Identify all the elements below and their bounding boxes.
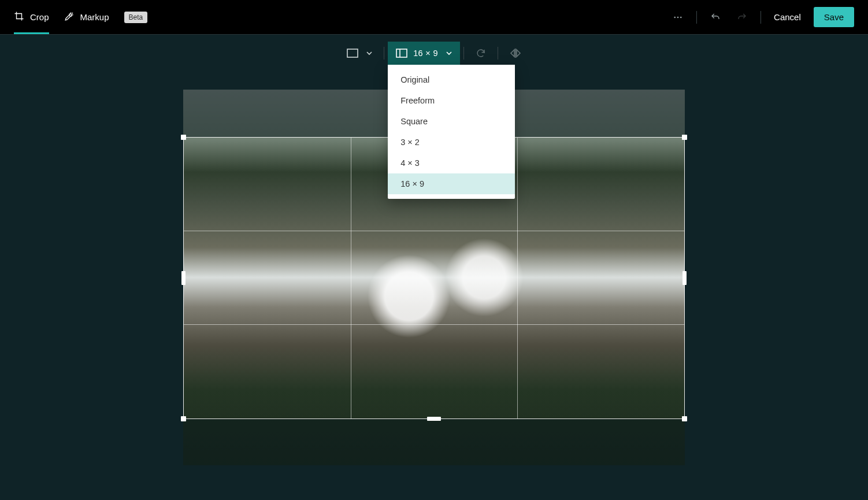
svg-point-1 bbox=[677, 16, 679, 18]
rotate-icon bbox=[476, 48, 486, 58]
crop-grid-line bbox=[184, 324, 684, 325]
aspect-option[interactable]: Square bbox=[388, 111, 515, 132]
crop-grid-line bbox=[517, 138, 518, 418]
crop-grid-line bbox=[184, 231, 684, 231]
crop-handle-bottom-right[interactable] bbox=[682, 416, 687, 421]
chevron-down-icon bbox=[366, 50, 372, 56]
chevron-down-icon bbox=[446, 50, 452, 56]
crop-icon bbox=[14, 11, 24, 23]
crop-handle-right[interactable] bbox=[682, 271, 687, 285]
aspect-ratio-menu: OriginalFreeformSquare3 × 24 × 316 × 9 bbox=[388, 65, 515, 199]
orientation-icon bbox=[347, 49, 358, 58]
aspect-ratio-tool[interactable]: 16 × 9 bbox=[388, 42, 460, 65]
aspect-ratio-current: 16 × 9 bbox=[413, 49, 438, 58]
aspect-option[interactable]: 3 × 2 bbox=[388, 132, 515, 153]
aspect-ratio-icon bbox=[396, 49, 407, 58]
aspect-option[interactable]: 16 × 9 bbox=[388, 173, 515, 194]
topbar-right: Cancel Save bbox=[670, 7, 854, 27]
crop-handle-top-right[interactable] bbox=[682, 135, 687, 140]
redo-icon[interactable] bbox=[734, 9, 750, 25]
more-icon[interactable] bbox=[670, 9, 686, 25]
topbar-left: Crop Markup Beta bbox=[14, 0, 147, 34]
separator bbox=[498, 47, 498, 60]
crop-grid-line bbox=[351, 138, 351, 418]
rotate-tool[interactable] bbox=[468, 42, 494, 65]
tab-crop-label: Crop bbox=[30, 12, 49, 22]
crop-handle-left[interactable] bbox=[181, 271, 186, 285]
aspect-ratio-wrapper: 16 × 9 OriginalFreeformSquare3 × 24 × 31… bbox=[388, 42, 460, 65]
markup-icon bbox=[64, 11, 75, 23]
crop-toolbar-inner: 16 × 9 OriginalFreeformSquare3 × 24 × 31… bbox=[339, 42, 529, 65]
tab-markup[interactable]: Markup bbox=[64, 0, 109, 34]
svg-rect-3 bbox=[347, 49, 358, 57]
crop-mask-bottom bbox=[183, 419, 685, 465]
separator bbox=[761, 11, 761, 24]
aspect-option[interactable]: Original bbox=[388, 69, 515, 90]
aspect-option[interactable]: 4 × 3 bbox=[388, 153, 515, 173]
save-button[interactable]: Save bbox=[814, 7, 854, 27]
svg-rect-4 bbox=[396, 49, 407, 57]
tab-crop[interactable]: Crop bbox=[14, 0, 49, 34]
crop-handle-bottom-left[interactable] bbox=[181, 416, 186, 421]
undo-icon[interactable] bbox=[707, 9, 724, 25]
flip-horizontal-icon bbox=[510, 49, 521, 58]
crop-handle-top-left[interactable] bbox=[181, 135, 186, 140]
svg-point-2 bbox=[680, 16, 682, 18]
topbar: Crop Markup Beta Cancel Save bbox=[0, 0, 868, 35]
tab-markup-label: Markup bbox=[80, 12, 109, 22]
separator bbox=[696, 11, 697, 24]
flip-tool[interactable] bbox=[502, 42, 529, 65]
aspect-option[interactable]: Freeform bbox=[388, 90, 515, 111]
svg-point-0 bbox=[674, 16, 676, 18]
cancel-button[interactable]: Cancel bbox=[771, 8, 803, 27]
crop-handle-bottom[interactable] bbox=[427, 417, 441, 421]
orientation-tool[interactable] bbox=[339, 42, 380, 65]
beta-badge: Beta bbox=[124, 12, 148, 23]
crop-toolbar: 16 × 9 OriginalFreeformSquare3 × 24 × 31… bbox=[0, 35, 868, 65]
separator bbox=[384, 47, 384, 60]
separator bbox=[463, 47, 464, 60]
